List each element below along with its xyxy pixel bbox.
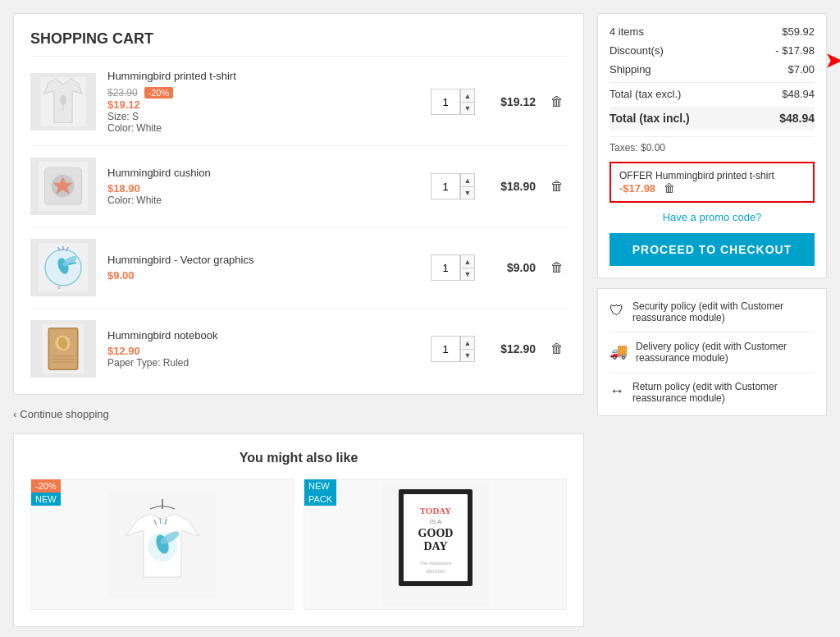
quantity-input[interactable] <box>431 336 460 362</box>
policy-panel: 🛡 Security policy (edit with Customer re… <box>597 288 827 416</box>
svg-point-3 <box>60 94 66 105</box>
summary-total-incl-row: Total (tax incl.) $48.94 <box>609 107 815 130</box>
total-incl-label: Total (tax incl.) <box>609 112 690 125</box>
quantity-arrows: ▲ ▼ <box>460 89 475 115</box>
svg-text:🖨: 🖨 <box>57 284 61 289</box>
taxes-label: Taxes: $0.00 <box>609 142 665 154</box>
offer-delete-button[interactable]: 🗑 <box>664 181 675 195</box>
checkout-button[interactable]: PROCEED TO CHECKOUT <box>609 233 815 266</box>
continue-shopping-label: Continue shopping <box>20 408 108 420</box>
item-delete-button[interactable]: 🗑 <box>547 257 567 278</box>
chevron-left-icon: ‹ <box>13 408 16 420</box>
item-name: Hummingbird notebook <box>107 329 419 341</box>
cart-title: SHOPPING CART <box>30 30 567 57</box>
table-row: Hummingbird cushion $18.90 Color: White … <box>30 158 567 227</box>
qty-up-button[interactable]: ▲ <box>460 254 475 268</box>
items-count-label: 4 items <box>609 25 644 38</box>
item-price: $18.90 <box>107 182 419 195</box>
item-details: Hummingbird - Vector graphics $9.00 <box>107 254 419 282</box>
promo-code-link[interactable]: Have a promo code? <box>609 211 815 223</box>
item-color-2: Color: White <box>107 195 419 206</box>
qty-up-button[interactable]: ▲ <box>460 336 475 349</box>
item-price: $12.90 <box>107 345 419 357</box>
svg-text:GOOD: GOOD <box>418 527 453 539</box>
item-thumbnail <box>30 320 96 378</box>
security-policy-text: Security policy (edit with Customer reas… <box>632 300 815 323</box>
item-quantity: ▲ ▼ <box>431 89 475 115</box>
qty-up-button[interactable]: ▲ <box>460 89 475 102</box>
item-thumbnail: 🖨 <box>30 239 96 296</box>
recommendations-title: You might also like <box>30 451 567 465</box>
table-row: Hummingbird printed t-shirt $23.90 -20% … <box>30 70 567 146</box>
return-policy-text: Return policy (edit with Customer reassu… <box>632 381 815 404</box>
items-count-price: $59.92 <box>782 25 815 38</box>
delivery-policy-text: Delivery policy (edit with Customer reas… <box>636 341 815 364</box>
item-details: Hummingbird notebook $12.90 Paper Type: … <box>107 329 419 369</box>
quantity-input[interactable] <box>431 89 460 115</box>
quantity-arrows: ▲ ▼ <box>460 336 475 362</box>
qty-up-button[interactable]: ▲ <box>460 173 475 186</box>
summary-shipping-row: Shipping $7.00 <box>609 63 815 76</box>
rec-image-1 <box>31 479 293 609</box>
qty-down-button[interactable]: ▼ <box>460 186 475 199</box>
shipping-value: $7.00 <box>788 63 815 76</box>
quantity-input[interactable] <box>431 173 460 199</box>
summary-discounts-row: Discount(s) - $17.98 <box>609 44 815 57</box>
item-price: $9.00 <box>107 269 419 282</box>
svg-text:IS A: IS A <box>429 518 441 525</box>
total-excl-value: $48.94 <box>782 88 815 100</box>
item-name: Hummingbird - Vector graphics <box>107 254 419 266</box>
total-excl-label: Total (tax excl.) <box>609 88 681 100</box>
total-incl-value: $48.94 <box>779 112 815 125</box>
table-row: 🖨 Hummingbird - Vector graphics $9.00 ▲ … <box>30 239 567 309</box>
item-quantity: ▲ ▼ <box>431 173 475 199</box>
item-details: Hummingbird printed t-shirt $23.90 -20% … <box>107 70 419 134</box>
security-policy-item: 🛡 Security policy (edit with Customer re… <box>609 300 815 332</box>
offer-discount: -$17.98 <box>619 182 655 195</box>
shield-icon: 🛡 <box>609 302 624 319</box>
table-row: Hummingbird notebook $12.90 Paper Type: … <box>30 320 567 378</box>
list-item[interactable]: NEW PACK TODAY IS A GOOD <box>304 479 567 610</box>
summary-items-row: 4 items $59.92 <box>609 25 815 38</box>
item-thumbnail <box>30 73 96 131</box>
badge-new-2: NEW <box>304 479 336 493</box>
item-quantity: ▲ ▼ <box>431 336 475 362</box>
continue-shopping-link[interactable]: ‹ Continue shopping <box>13 405 584 424</box>
cart-panel: SHOPPING CART <box>13 13 584 395</box>
rec-badges: -20% NEW <box>31 479 61 506</box>
badge-new: NEW <box>31 493 61 506</box>
quantity-arrows: ▲ ▼ <box>460 173 475 199</box>
qty-down-button[interactable]: ▼ <box>460 102 475 115</box>
item-thumbnail <box>30 158 96 215</box>
shipping-label: Shipping <box>609 63 651 76</box>
offer-text: OFFER Hummingbird printed t-shirt <box>619 170 774 181</box>
arrows-icon: ↔ <box>609 383 624 400</box>
item-delete-button[interactable]: 🗑 <box>547 176 567 197</box>
left-column: SHOPPING CART <box>13 13 584 627</box>
item-quantity: ▲ ▼ <box>431 254 475 281</box>
truck-icon: 🚚 <box>609 342 628 360</box>
item-paper-type: Paper Type: Ruled <box>107 357 419 369</box>
order-summary-panel: 4 items $59.92 Discount(s) - $17.98 Ship… <box>597 13 827 278</box>
badge-discount: -20% <box>31 479 61 493</box>
qty-down-button[interactable]: ▼ <box>460 268 475 281</box>
offer-box: OFFER Hummingbird printed t-shirt -$17.9… <box>609 162 815 203</box>
item-delete-button[interactable]: 🗑 <box>547 338 567 360</box>
item-details: Hummingbird cushion $18.90 Color: White <box>107 167 419 206</box>
item-size: Size: S <box>107 111 419 122</box>
delivery-policy-item: 🚚 Delivery policy (edit with Customer re… <box>609 341 815 373</box>
svg-text:The Adventure: The Adventure <box>419 561 452 566</box>
svg-text:BEGINS: BEGINS <box>426 569 445 574</box>
summary-taxes-row: Taxes: $0.00 <box>609 136 815 154</box>
item-delete-button[interactable]: 🗑 <box>547 91 567 112</box>
item-total-price: $9.00 <box>486 261 536 274</box>
discounts-value: - $17.98 <box>775 44 815 57</box>
right-column: 4 items $59.92 Discount(s) - $17.98 Ship… <box>597 13 827 627</box>
cart-items-list: Hummingbird printed t-shirt $23.90 -20% … <box>30 70 567 378</box>
summary-total-excl-row: Total (tax excl.) $48.94 <box>609 88 815 100</box>
item-sale-price: $19.12 <box>107 99 419 111</box>
quantity-input[interactable] <box>431 254 460 281</box>
item-total-price: $12.90 <box>486 342 536 355</box>
list-item[interactable]: -20% NEW <box>30 479 294 610</box>
qty-down-button[interactable]: ▼ <box>460 349 475 362</box>
